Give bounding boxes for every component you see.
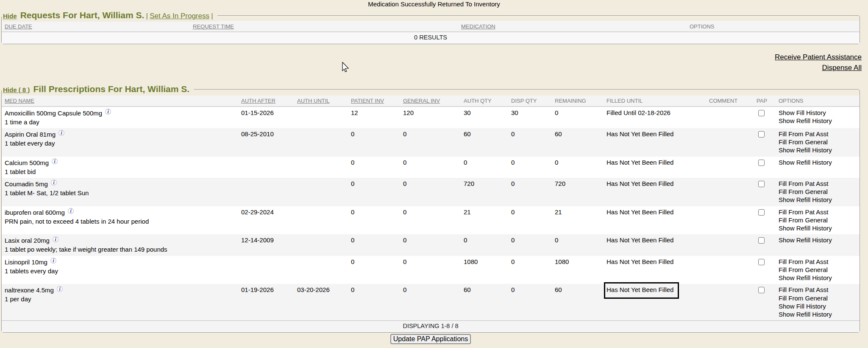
option-link[interactable]: Show Fill History xyxy=(779,302,859,310)
auth-until-cell xyxy=(294,157,348,178)
option-link[interactable]: Fill From General xyxy=(779,138,859,146)
info-icon[interactable]: i xyxy=(58,130,64,136)
patient-inv-cell: 0 xyxy=(348,206,400,235)
auth-qty-cell: 0 xyxy=(461,157,508,178)
option-link[interactable]: Fill From Pat Asst xyxy=(779,258,859,266)
info-icon[interactable]: i xyxy=(50,258,56,264)
auth-qty-cell: 30 xyxy=(461,107,508,128)
option-link[interactable]: Show Refill History xyxy=(779,146,859,154)
requests-legend: Hide Requests For Hart, William S. | Set… xyxy=(2,10,217,22)
col-options: OPTIONS xyxy=(776,95,860,107)
filled-until-cell: Has Not Yet Been Filled xyxy=(604,284,706,321)
option-link[interactable]: Fill From Pat Asst xyxy=(779,130,859,138)
disp-qty-cell: 0 xyxy=(508,256,552,284)
pap-cell xyxy=(754,206,776,235)
info-icon[interactable]: i xyxy=(52,158,58,164)
col-due-date: DUE DATE xyxy=(2,21,190,32)
option-link[interactable]: Fill From General xyxy=(779,188,859,196)
option-link[interactable]: Show Refill History xyxy=(779,196,859,204)
option-link[interactable]: Fill From Pat Asst xyxy=(779,286,859,294)
option-link[interactable]: Show Fill History xyxy=(779,109,859,117)
filled-until-text: Has Not Yet Been Filled xyxy=(606,130,673,138)
auth-until-cell xyxy=(294,256,348,284)
remaining-cell: 60 xyxy=(552,128,604,157)
med-dosage: 1 tablet po weekly; take if weight great… xyxy=(5,245,237,253)
options-cell: Fill From Pat AsstFill From GeneralShow … xyxy=(776,206,860,235)
disp-qty-cell: 30 xyxy=(508,107,552,128)
receive-patient-assistance-link[interactable]: Receive Patient Assistance xyxy=(775,53,862,61)
legend-separator: | xyxy=(146,12,148,20)
pap-checkbox[interactable] xyxy=(758,287,765,293)
auth-after-cell xyxy=(238,178,294,206)
update-pap-button[interactable]: Update PAP Applications xyxy=(390,334,471,344)
set-as-in-progress-link[interactable]: Set As In Progress xyxy=(150,12,209,20)
requests-empty-row: 0 RESULTS xyxy=(2,32,860,44)
filled-until-cell: Has Not Yet Been Filled xyxy=(604,234,706,255)
filled-until-cell: Has Not Yet Been Filled xyxy=(604,128,706,157)
auth-until-cell xyxy=(294,128,348,157)
patient-inv-cell: 0 xyxy=(348,178,400,206)
requests-hide-link[interactable]: Hide xyxy=(3,12,17,20)
filled-until-cell: Has Not Yet Been Filled xyxy=(604,206,706,235)
med-name-cell: naltrexone 4.5mgi 1 per day xyxy=(2,284,238,321)
pap-checkbox[interactable] xyxy=(758,110,765,116)
options-cell: Fill From Pat AsstFill From GeneralShow … xyxy=(776,128,860,157)
comment-cell xyxy=(706,234,754,255)
paging-row: DISPLAYING 1-8 / 8 xyxy=(2,321,860,333)
medication-row: Amoxicillin 500mg Capsule 500mgi 1 time … xyxy=(2,107,860,128)
dispense-all-link[interactable]: Dispense All xyxy=(822,64,862,72)
auth-until-cell xyxy=(294,107,348,128)
col-medication: MEDICATION xyxy=(458,21,687,32)
comment-cell xyxy=(706,256,754,284)
option-link[interactable]: Fill From General xyxy=(779,266,859,274)
filled-until-cell: Has Not Yet Been Filled xyxy=(604,256,706,284)
info-icon[interactable]: i xyxy=(57,286,63,292)
auth-after-cell: 01-15-2026 xyxy=(238,107,294,128)
pap-checkbox[interactable] xyxy=(758,131,765,138)
info-icon[interactable]: i xyxy=(105,109,111,115)
remaining-cell: 720 xyxy=(552,178,604,206)
action-links: Receive Patient Assistance Dispense All xyxy=(0,52,862,73)
option-link[interactable]: Fill From General xyxy=(779,294,859,302)
options-cell: Show Refill History xyxy=(776,157,860,178)
option-link[interactable]: Fill From Pat Asst xyxy=(779,180,859,188)
pap-checkbox[interactable] xyxy=(758,209,765,216)
col-remaining: REMAINING xyxy=(552,95,604,107)
info-icon[interactable]: i xyxy=(51,180,57,185)
option-link[interactable]: Show Refill History xyxy=(779,274,859,282)
pap-checkbox[interactable] xyxy=(758,160,765,166)
fill-hide-link[interactable]: Hide ( 8 ) xyxy=(3,86,30,93)
option-link[interactable]: Show Refill History xyxy=(779,117,859,125)
pap-checkbox[interactable] xyxy=(758,181,765,187)
filled-until-text: Has Not Yet Been Filled xyxy=(606,236,673,244)
medication-row: Coumadin 5mgi 1 tablet M- Sat, 1/2 table… xyxy=(2,178,860,206)
option-link[interactable]: Show Refill History xyxy=(779,158,859,166)
option-link[interactable]: Fill From Pat Asst xyxy=(779,208,859,216)
requests-title: Requests For Hart, William S. xyxy=(20,10,145,20)
auth-qty-cell: 60 xyxy=(461,128,508,157)
col-patient-inv: PATIENT INV xyxy=(348,95,400,107)
requests-table: DUE DATE REQUEST TIME MEDICATION OPTIONS… xyxy=(2,21,860,44)
med-dosage: 1 tablets every day xyxy=(5,267,237,275)
info-icon[interactable]: i xyxy=(53,236,58,242)
mouse-cursor xyxy=(342,62,351,73)
disp-qty-cell: 0 xyxy=(508,206,552,235)
auth-after-cell: 12-14-2009 xyxy=(238,234,294,255)
med-name: Amoxicillin 500mg Capsule 500mg xyxy=(5,109,102,117)
info-icon[interactable]: i xyxy=(68,208,74,214)
pap-checkbox[interactable] xyxy=(758,259,765,265)
option-link[interactable]: Show Refill History xyxy=(779,236,859,244)
option-link[interactable]: Show Refill History xyxy=(779,224,859,232)
auth-until-cell: 03-20-2026 xyxy=(294,284,348,321)
auth-after-cell: 08-25-2010 xyxy=(238,128,294,157)
pap-checkbox[interactable] xyxy=(758,237,765,244)
auth-qty-cell: 1080 xyxy=(461,256,508,284)
med-name-cell: Lisinopril 10mgi 1 tablets every day xyxy=(2,256,238,284)
option-link[interactable]: Show Refill History xyxy=(779,310,859,318)
comment-cell xyxy=(706,128,754,157)
general-inv-cell: 0 xyxy=(400,206,461,235)
med-dosage: 1 per day xyxy=(5,295,237,303)
requests-empty-text: 0 RESULTS xyxy=(2,32,860,44)
general-inv-cell: 0 xyxy=(400,157,461,178)
option-link[interactable]: Fill From General xyxy=(779,216,859,224)
